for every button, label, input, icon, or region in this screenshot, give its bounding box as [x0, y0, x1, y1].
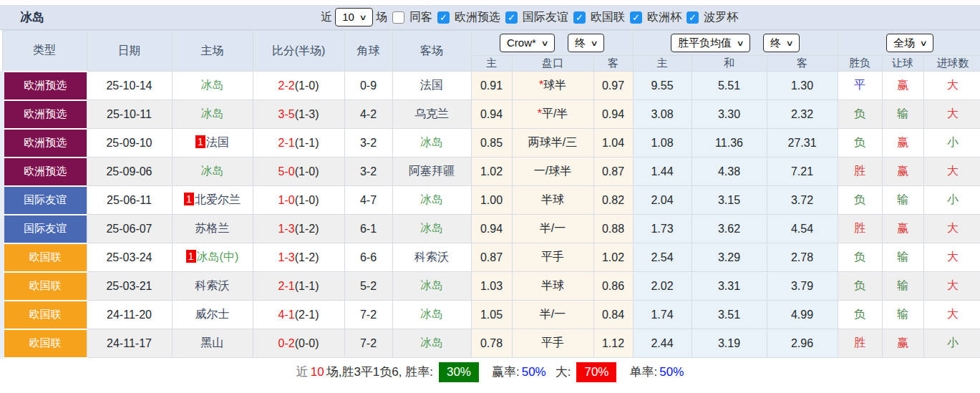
away-team-link[interactable]: 法国 — [420, 79, 443, 91]
match-type-cell: 欧洲预选 — [2, 129, 87, 157]
fulltime-score: 3-5 — [278, 108, 295, 120]
away-team-link[interactable]: 冰岛 — [420, 222, 443, 234]
filter-label-3: 欧洲杯 — [647, 10, 681, 25]
bookmaker-select[interactable]: Crow* ∨ — [500, 34, 555, 52]
away-team-link[interactable]: 冰岛 — [420, 336, 443, 349]
score-cell: 1-3(1-2) — [253, 243, 344, 272]
avg-stage-select[interactable]: 终 ∨ — [763, 34, 800, 52]
match-row: 欧洲预选25-10-11冰岛3-5(1-3)4-2乌克兰0.94*平/半0.94… — [2, 100, 980, 129]
bookmaker-select-value: Crow* — [507, 36, 536, 50]
corners-cell: 6-1 — [344, 215, 392, 243]
fulltime-score: 1-3 — [278, 251, 295, 263]
goals-result-cell: 大 — [923, 272, 980, 301]
away-team-cell: 科索沃 — [392, 243, 471, 272]
match-row: 欧洲预选25-10-14冰岛2-2(1-0)0-9法国0.91*球半0.979.… — [2, 72, 980, 100]
recent-count-select[interactable]: 10 ∨ — [335, 8, 373, 26]
filter-checkbox-0[interactable]: ✓ — [437, 11, 450, 24]
match-date-cell: 25-03-21 — [87, 272, 172, 301]
home-team-link[interactable]: 科索沃 — [195, 279, 230, 291]
home-team-link[interactable]: 冰岛(中) — [197, 251, 239, 263]
corners-cell: 3-2 — [344, 129, 392, 157]
score-cell: 1-0(1-0) — [253, 186, 344, 215]
away-team-link[interactable]: 冰岛 — [420, 279, 443, 291]
home-team-link[interactable]: 冰岛 — [201, 107, 224, 120]
corners-cell: 4-2 — [344, 100, 392, 129]
halftime-score: (1-1) — [295, 280, 319, 292]
halftime-score: (1-2) — [295, 251, 319, 263]
avg-home-cell: 1.08 — [633, 129, 692, 157]
filter-checkbox-3[interactable]: ✓ — [630, 11, 642, 24]
away-team-link[interactable]: 冰岛 — [420, 193, 443, 205]
home-team-link[interactable]: 法国 — [206, 136, 229, 148]
avg-draw-cell: 3.31 — [692, 272, 767, 301]
odds-stage-select-value: 终 — [575, 36, 586, 50]
filter-checkbox-1[interactable]: ✓ — [505, 11, 518, 24]
handicap-text: 平手 — [541, 251, 564, 263]
handicap-text: 平/半 — [542, 107, 568, 120]
halftime-score: (1-0) — [295, 79, 319, 92]
goals-result-cell: 大 — [923, 157, 980, 186]
filter-item-1: ✓国际友谊 — [503, 10, 571, 25]
home-team-link[interactable]: 冰岛 — [201, 165, 224, 177]
avg-draw-cell: 4.38 — [692, 157, 767, 186]
away-team-link[interactable]: 冰岛 — [420, 308, 443, 320]
away-odds-cell: 0.88 — [593, 215, 633, 243]
filter-label-2: 欧国联 — [591, 10, 625, 25]
corners-cell: 5-2 — [344, 272, 392, 301]
odds-stage-select[interactable]: 终 ∨ — [568, 34, 604, 52]
away-team-link[interactable]: 冰岛 — [420, 136, 443, 148]
check-icon: ✓ — [632, 12, 640, 23]
filter-checkbox-4[interactable]: ✓ — [687, 11, 699, 24]
matches-table: 类型 日期 主场 比分(半场) 角球 客场 Crow* ∨ 终 ∨ — [0, 30, 980, 359]
match-type-cell: 欧洲预选 — [2, 157, 87, 186]
odds-group-header: Crow* ∨ 终 ∨ — [471, 31, 633, 56]
home-team-link[interactable]: 苏格兰 — [195, 222, 230, 234]
chevron-down-icon: ∨ — [785, 36, 793, 50]
home-team-link[interactable]: 黑山 — [201, 336, 224, 349]
avg-draw-cell: 11.36 — [692, 129, 767, 157]
chevron-down-icon: ∨ — [590, 36, 598, 50]
match-date-cell: 25-06-11 — [87, 186, 172, 215]
check-icon: ✓ — [508, 12, 515, 23]
home-team-link[interactable]: 威尔士 — [195, 308, 230, 320]
avg-group-header: 胜平负均值 ∨ 终 ∨ — [633, 31, 838, 56]
score-cell: 2-2(1-0) — [253, 72, 344, 100]
fulltime-score: 0-2 — [278, 337, 295, 349]
full-match-select[interactable]: 全场 ∨ — [886, 34, 933, 52]
home-odds-cell: 1.05 — [471, 301, 512, 329]
avg-home-cell: 2.02 — [633, 272, 692, 301]
filter-label-1: 国际友谊 — [523, 10, 568, 25]
winlose-result-cell: 负 — [838, 129, 882, 157]
match-type-cell: 欧洲预选 — [2, 100, 87, 129]
col-header-type: 类型 — [2, 31, 87, 72]
corners-cell: 7-2 — [344, 301, 392, 329]
goals-result-cell: 大 — [923, 243, 980, 272]
winlose-result-cell: 胜 — [838, 329, 882, 358]
filter-checkbox-2[interactable]: ✓ — [573, 11, 586, 24]
match-row: 欧国联24-11-20威尔士4-1(2-1)7-2冰岛1.05半/一0.841.… — [2, 301, 980, 329]
single-value: 50% — [659, 365, 684, 379]
halftime-score: (1-1) — [295, 137, 319, 149]
away-team-link[interactable]: 乌克兰 — [414, 107, 449, 120]
match-type-cell: 欧国联 — [2, 243, 87, 272]
handicap-cell: 一/球半 — [512, 157, 593, 186]
away-team-cell: 冰岛 — [392, 215, 471, 243]
handicap-cell: *球半 — [512, 72, 593, 100]
avg-odds-select[interactable]: 胜平负均值 ∨ — [671, 34, 750, 52]
filter-label-4: 波罗杯 — [704, 10, 738, 25]
home-team-link[interactable]: 北爱尔兰 — [195, 193, 241, 205]
same-away-checkbox[interactable] — [392, 11, 404, 24]
away-team-link[interactable]: 科索沃 — [414, 251, 449, 263]
handicap-text: 平手 — [541, 336, 564, 349]
fulltime-score: 1-3 — [278, 223, 295, 235]
full-match-select-value: 全场 — [893, 36, 915, 50]
away-odds-cell: 0.97 — [593, 72, 633, 100]
away-odds-cell: 0.82 — [593, 186, 633, 215]
home-odds-cell: 0.78 — [471, 329, 512, 358]
away-team-link[interactable]: 阿塞拜疆 — [409, 165, 455, 177]
home-odds-cell: 1.00 — [471, 186, 512, 215]
match-row: 欧国联25-03-241冰岛(中)1-3(1-2)6-6科索沃0.87平手1.0… — [2, 243, 980, 272]
avg-home-cell: 3.08 — [633, 100, 692, 129]
home-team-link[interactable]: 冰岛 — [201, 79, 224, 91]
home-team-cell: 威尔士 — [172, 301, 253, 329]
